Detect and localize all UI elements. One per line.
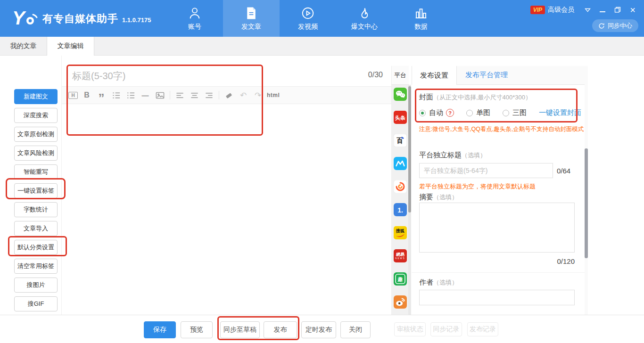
tab-publish-settings[interactable]: 发布设置 — [412, 66, 457, 85]
button-label: 同步至草稿 — [223, 326, 256, 334]
membership-level: 高级会员 — [548, 6, 574, 14]
blockquote-icon[interactable]: ” — [96, 90, 107, 101]
tab-platform-management[interactable]: 发布平台管理 — [465, 66, 508, 85]
wechat-icon[interactable] — [394, 88, 407, 101]
cover-option-three-images[interactable]: 三图 — [503, 108, 527, 117]
insert-image-icon[interactable] — [154, 90, 165, 101]
radio-label: 单图 — [476, 108, 490, 117]
heading-icon[interactable]: H — [68, 92, 78, 99]
summary-counter: 0/120 — [557, 257, 575, 265]
article-title-row: 0/30 — [62, 65, 391, 87]
tab-article-editor[interactable]: 文章编辑 — [47, 37, 94, 56]
align-center-icon[interactable] — [189, 90, 200, 101]
review-status-button: 审核状态 — [394, 322, 426, 336]
weibo-icon[interactable] — [394, 295, 407, 309]
one-key-cover-link[interactable]: 一键设置封面 — [539, 108, 581, 117]
one-key-tags-button[interactable]: 一键设置标签 — [14, 183, 58, 198]
undo-icon[interactable]: ↶ — [238, 90, 249, 101]
nav-item-publish-article[interactable]: 发文章 — [223, 0, 280, 37]
user-icon — [188, 6, 202, 20]
sohu-icon[interactable]: 搜狐 — [394, 226, 407, 239]
platform-title-section-label: 平台独立标题（选填） — [419, 151, 486, 160]
button-label: 定时发布 — [305, 326, 332, 334]
sync-to-draft-button[interactable]: 同步至草稿 — [220, 321, 260, 338]
close-editor-button[interactable]: 关闭 — [340, 321, 371, 338]
bold-icon[interactable]: B — [81, 90, 92, 101]
settings-scrollbar — [585, 66, 588, 315]
cover-hint: （从正文中选择,最小尺寸400*300） — [433, 94, 531, 101]
unordered-list-icon[interactable] — [125, 90, 136, 101]
yidianzixun-icon[interactable]: 1. — [394, 203, 407, 216]
maximize-button[interactable] — [612, 5, 623, 15]
scheduled-publish-button[interactable]: 定时发布 — [301, 321, 336, 338]
new-article-button[interactable]: 新建图文 — [14, 89, 58, 104]
platform-scrollbar-thumb[interactable] — [408, 86, 411, 212]
cover-label: 封面 — [419, 93, 433, 101]
eraser-icon[interactable] — [223, 90, 234, 101]
radio-label: 自动 — [429, 108, 443, 117]
netease-icon[interactable]: 網易NEWS — [394, 249, 407, 262]
button-label: 搜GIF — [28, 300, 44, 308]
svg-text:1.: 1. — [397, 206, 403, 214]
publish-button[interactable]: 发布 — [264, 321, 297, 338]
help-icon[interactable]: ? — [446, 109, 454, 117]
sync-records-button: 同步记录 — [430, 322, 462, 336]
close-button[interactable]: × — [627, 5, 638, 15]
svg-text:头条: 头条 — [395, 115, 405, 121]
toutiao-icon[interactable]: 头条 — [394, 111, 407, 124]
button-label: 发布 — [274, 326, 287, 334]
nav-item-account[interactable]: 账号 — [166, 0, 223, 37]
toolbar-divider — [170, 91, 170, 99]
settings-scrollbar-thumb[interactable] — [585, 148, 588, 258]
align-right-icon[interactable] — [203, 90, 215, 101]
originality-check-button[interactable]: 文章原创检测 — [14, 127, 58, 142]
nav-item-publish-video[interactable]: 发视频 — [280, 0, 336, 37]
author-label: 作者 — [419, 278, 433, 286]
author-section-label: 作者（选填） — [419, 278, 458, 287]
preview-button[interactable]: 预览 — [181, 321, 213, 338]
baijiahao-icon[interactable]: 百 — [394, 134, 407, 147]
default-category-button[interactable]: 默认分类设置 — [14, 240, 58, 255]
dayuhao-icon[interactable] — [394, 157, 407, 170]
html-source-button[interactable]: html — [267, 90, 280, 101]
phoenix-icon[interactable] — [394, 180, 407, 193]
cover-option-auto[interactable]: 自动 ? — [419, 108, 454, 117]
tab-my-articles[interactable]: 我的文章 — [0, 37, 47, 56]
word-count-button[interactable]: 字数统计 — [14, 202, 58, 217]
nav-label: 发文章 — [241, 23, 261, 31]
article-import-button[interactable]: 文章导入 — [14, 221, 58, 236]
horizontal-rule-icon[interactable]: — — [140, 90, 151, 101]
nav-item-data[interactable]: 数据 — [393, 0, 449, 37]
align-left-icon[interactable] — [174, 90, 185, 101]
cover-option-single-image[interactable]: 单图 — [466, 108, 490, 117]
ordered-list-icon[interactable] — [110, 90, 122, 101]
search-gif-button[interactable]: 搜GIF — [14, 296, 58, 311]
smart-rewrite-button[interactable]: 智能重写 — [14, 164, 58, 180]
nav-item-hot-articles[interactable]: 爆文中心 — [336, 0, 393, 37]
author-input[interactable] — [419, 290, 575, 305]
membership-dropdown[interactable] — [582, 5, 593, 15]
clear-common-tags-button[interactable]: 清空常用标签 — [14, 259, 58, 274]
button-label: 文章风险检测 — [17, 149, 54, 157]
redo-icon[interactable]: ↷ — [252, 90, 264, 101]
search-image-button[interactable]: 搜图片 — [14, 278, 58, 293]
document-tabbar: 我的文章 文章编辑 — [0, 37, 644, 56]
section-divider — [412, 272, 585, 273]
publish-records-button: 发布记录 — [467, 322, 498, 336]
platform-title-input[interactable] — [419, 163, 553, 178]
title-char-counter: 0/30 — [368, 71, 383, 79]
deep-search-button[interactable]: 深度搜索 — [14, 108, 58, 123]
risk-check-button[interactable]: 文章风险检测 — [14, 146, 58, 161]
editor-toolbar: H B ” — ↶ ↷ html — [62, 87, 391, 104]
svg-text:趣: 趣 — [397, 277, 403, 282]
app-logo: Y 有专自媒体助手 1.1.0.7175 — [12, 8, 151, 28]
summary-textarea[interactable] — [419, 203, 575, 253]
refresh-icon — [598, 23, 605, 29]
article-title-input[interactable] — [72, 67, 336, 84]
article-body-editor[interactable] — [62, 104, 391, 315]
minimize-button[interactable] — [597, 5, 608, 15]
qutoutiao-icon[interactable]: 趣 — [394, 272, 407, 286]
sync-center-button[interactable]: 同步中心 — [592, 19, 638, 32]
save-button[interactable]: 保存 — [144, 321, 176, 338]
main-nav: 账号 发文章 发视频 爆文中心 数据 — [166, 0, 449, 37]
